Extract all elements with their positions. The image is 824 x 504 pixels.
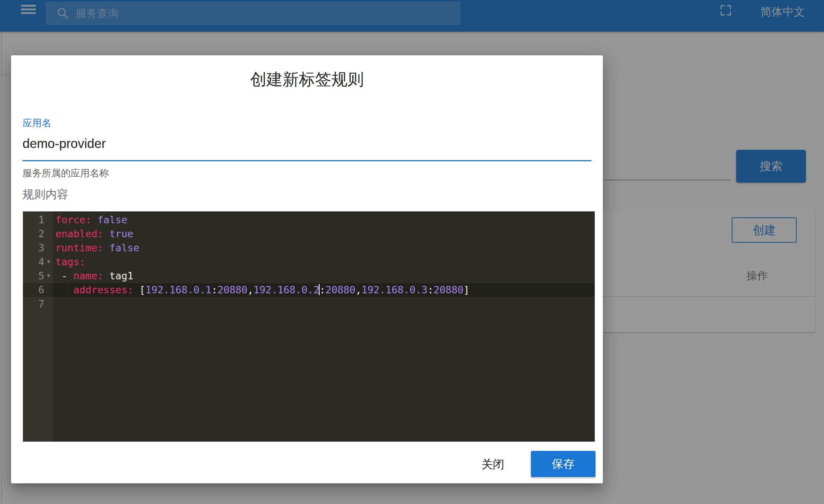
- token-plain: tag1: [103, 270, 133, 282]
- create-tag-rule-dialog: 创建新标签规则 应用名 demo-provider 服务所属的应用名称 规则内容…: [11, 55, 603, 483]
- gutter-cell: 3: [23, 241, 53, 255]
- token-atom: 20880: [433, 284, 463, 296]
- code-line-content: runtime: false: [53, 241, 595, 255]
- token-key: enabled:: [55, 228, 103, 239]
- code-line-content: - name: tag1: [53, 269, 595, 283]
- code-line-content: enabled: true: [53, 227, 595, 241]
- close-button[interactable]: 关闭: [471, 453, 515, 476]
- fold-arrow-icon[interactable]: ▾: [44, 254, 53, 268]
- save-button[interactable]: 保存: [531, 451, 595, 477]
- token-plain: [: [133, 284, 145, 296]
- editor-line[interactable]: 4▾tags:: [23, 255, 595, 269]
- line-number: 4: [23, 255, 44, 269]
- token-atom: 192.168.0.3: [361, 284, 428, 296]
- token-plain: :: [212, 284, 217, 296]
- token-atom: 20880: [326, 284, 356, 296]
- line-number: 5: [23, 269, 44, 283]
- gutter-cell: 4▾: [23, 255, 53, 269]
- token-plain: [103, 242, 109, 253]
- token-key: name:: [73, 270, 103, 282]
- token-atom: 192.168.0.2: [253, 284, 319, 296]
- token-plain: ,: [356, 284, 361, 296]
- editor-line[interactable]: 7: [23, 297, 595, 311]
- token-plain: ]: [463, 284, 469, 296]
- line-number: 1: [23, 213, 44, 227]
- token-key: force:: [55, 214, 92, 225]
- app-name-input[interactable]: demo-provider: [23, 134, 591, 153]
- code-line-content: tags:: [53, 255, 595, 269]
- token-atom: 20880: [217, 284, 247, 296]
- gutter-cell: 1: [23, 213, 53, 227]
- token-atom: true: [109, 228, 133, 239]
- token-plain: ,: [247, 284, 253, 296]
- line-number: 6: [23, 283, 44, 297]
- token-atom: false: [109, 242, 139, 253]
- code-line-content: [53, 297, 595, 311]
- editor-line[interactable]: 1force: false: [23, 213, 595, 227]
- token-key: tags:: [55, 256, 85, 267]
- token-plain: [92, 214, 97, 225]
- app-name-underline: [23, 160, 591, 161]
- editor-line[interactable]: 2enabled: true: [23, 227, 595, 241]
- app-name-label: 应用名: [23, 117, 51, 130]
- gutter-cell: 6: [23, 283, 53, 297]
- editor-line[interactable]: 3runtime: false: [23, 241, 595, 255]
- line-number: 2: [23, 227, 44, 241]
- token-atom: false: [97, 214, 127, 225]
- token-plain: [55, 284, 73, 296]
- app-name-helper: 服务所属的应用名称: [23, 167, 109, 180]
- code-line-content: force: false: [53, 213, 595, 227]
- dialog-title: 创建新标签规则: [11, 69, 603, 90]
- fold-arrow-icon[interactable]: ▾: [44, 268, 53, 282]
- token-key: runtime:: [55, 242, 103, 253]
- gutter-cell: 2: [23, 227, 53, 241]
- gutter-cell: 7: [23, 297, 53, 311]
- token-atom: 192.168.0.1: [145, 284, 212, 296]
- app-root: 服务查询 简体中文 搜索 创建 操作 创建新标签规则 应用名 demo-prov…: [0, 0, 824, 504]
- code-line-content: addresses: [192.168.0.1:20880,192.168.0.…: [53, 283, 595, 297]
- rule-content-label: 规则内容: [23, 187, 68, 202]
- line-number: 3: [23, 241, 44, 255]
- editor-lines: 1force: false2enabled: true3runtime: fal…: [23, 213, 595, 311]
- editor-line[interactable]: 6 addresses: [192.168.0.1:20880,192.168.…: [23, 283, 595, 297]
- token-plain: -: [55, 270, 73, 282]
- token-plain: [103, 228, 109, 239]
- rule-code-editor[interactable]: 1force: false2enabled: true3runtime: fal…: [23, 211, 595, 442]
- token-plain: :: [319, 284, 325, 296]
- line-number: 7: [23, 297, 44, 311]
- token-plain: :: [428, 284, 433, 296]
- token-key: addresses:: [73, 284, 134, 296]
- editor-line[interactable]: 5▾ - name: tag1: [23, 269, 595, 283]
- gutter-cell: 5▾: [23, 269, 53, 283]
